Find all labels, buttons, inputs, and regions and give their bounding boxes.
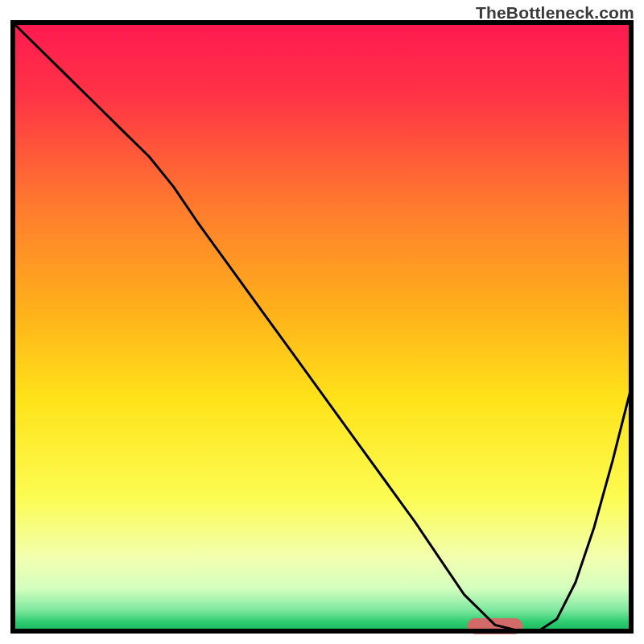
chart-svg — [0, 0, 644, 644]
watermark-text: TheBottleneck.com — [476, 3, 634, 23]
bottleneck-chart: TheBottleneck.com — [0, 0, 644, 644]
